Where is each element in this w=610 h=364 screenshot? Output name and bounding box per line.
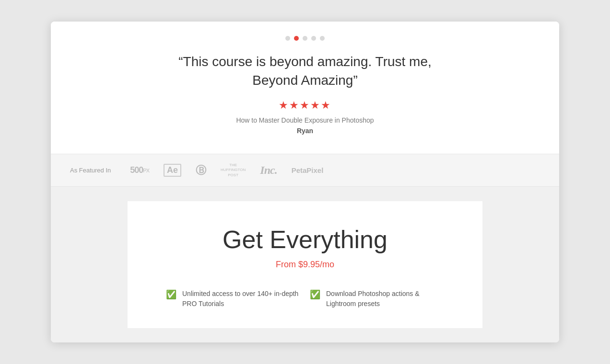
star-rating: ★★★★★ [70,99,540,112]
logo-500px: 500PX [130,165,149,175]
carousel-dot-1[interactable] [285,36,290,41]
testimonial-quote: “This course is beyond amazing. Trust me… [161,52,449,90]
carousel-dot-5[interactable] [320,36,325,41]
check-icon-2: ✅ [310,289,320,300]
reviewer-name: Ryan [70,127,540,135]
featured-bar: As Featured In 500PX Ae Ⓑ THEHUFFINGTONP… [51,154,559,187]
carousel-dot-4[interactable] [311,36,316,41]
testimonial-section: “This course is beyond amazing. Trust me… [51,22,559,154]
offer-price: From $9.95/mo [156,260,454,270]
features-grid: ✅ Unlimited access to over 140+ in-depth… [156,289,454,309]
get-everything-card: Get Everything From $9.95/mo ✅ Unlimited… [128,201,482,328]
carousel-dot-2[interactable] [294,36,299,41]
carousel-dots[interactable] [70,36,540,41]
offer-title: Get Everything [156,225,454,254]
logo-behance: Ⓑ [196,163,206,178]
gray-section: Get Everything From $9.95/mo ✅ Unlimited… [51,187,559,342]
browser-window: “This course is beyond amazing. Trust me… [51,22,559,343]
feature-text-2: Download Photoshop actions & Lightroom p… [326,289,444,309]
featured-label: As Featured In [70,167,111,174]
carousel-dot-3[interactable] [303,36,307,41]
feature-text-1: Unlimited access to over 140+ in-depth P… [182,289,300,309]
logo-adobe: Ae [164,164,181,177]
feature-item-1: ✅ Unlimited access to over 140+ in-depth… [166,289,300,309]
feature-item-2: ✅ Download Photoshop actions & Lightroom… [310,289,444,309]
logo-petapixel: PetaPixel [292,166,324,174]
course-name: How to Master Double Exposure in Photosh… [70,116,540,124]
logo-inc: Inc. [260,164,277,177]
check-icon-1: ✅ [166,289,176,300]
logo-huffington-post: THEHUFFINGTONPOST [221,163,246,178]
